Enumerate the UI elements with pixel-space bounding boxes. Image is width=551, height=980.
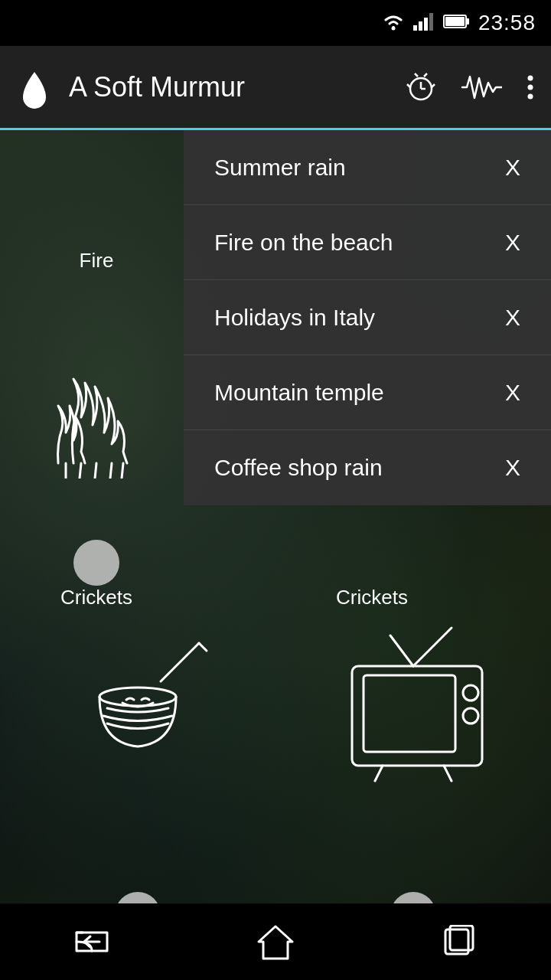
svg-point-11: [528, 93, 533, 99]
main-content: Fire Crickets Crickets: [0, 130, 551, 980]
svg-line-19: [199, 643, 207, 651]
svg-line-21: [413, 628, 452, 666]
signal-icon: [412, 11, 435, 34]
holidays-italy-label: Holidays in Italy: [214, 305, 375, 331]
svg-marker-28: [259, 926, 292, 959]
coffee-shop-rain-label: Coffee shop rain: [214, 455, 383, 481]
crickets-label: Crickets: [0, 586, 193, 609]
singing-bowl-cell[interactable]: [0, 620, 276, 773]
status-time: 23:58: [478, 11, 536, 35]
app-title: A Soft Murmur: [69, 71, 404, 103]
app-bar: A Soft Murmur: [0, 46, 551, 130]
dropdown-item-holidays-italy[interactable]: Holidays in Italy X: [184, 280, 551, 355]
svg-point-17: [99, 688, 176, 706]
dropdown-menu: Summer rain X Fire on the beach X Holida…: [184, 130, 551, 505]
dropdown-item-summer-rain[interactable]: Summer rain X: [184, 130, 551, 205]
fire-beach-close[interactable]: X: [505, 230, 520, 256]
white-noise-cell[interactable]: [276, 620, 551, 789]
svg-line-13: [80, 463, 81, 479]
summer-rain-close[interactable]: X: [505, 155, 520, 181]
fire-beach-label: Fire on the beach: [214, 230, 393, 256]
svg-point-10: [528, 84, 533, 90]
svg-line-15: [110, 463, 112, 479]
holidays-italy-close[interactable]: X: [505, 305, 520, 331]
svg-line-20: [390, 635, 413, 666]
mountain-temple-label: Mountain temple: [214, 380, 384, 406]
wifi-icon: [382, 12, 405, 34]
svg-line-27: [444, 766, 452, 781]
crickets-slider[interactable]: [73, 540, 119, 586]
svg-point-9: [528, 75, 533, 80]
status-icons: 23:58: [382, 11, 536, 35]
svg-line-18: [161, 643, 199, 681]
status-bar: 23:58: [0, 0, 551, 46]
svg-line-14: [95, 463, 96, 479]
more-options-icon[interactable]: [525, 70, 536, 104]
svg-point-24: [463, 685, 478, 701]
timer-icon[interactable]: [404, 70, 438, 104]
nav-bar: [0, 903, 551, 980]
app-bar-actions: [404, 70, 536, 104]
fire-sound-cell[interactable]: [0, 260, 193, 528]
svg-point-0: [391, 27, 395, 31]
coffeeshop-label: Crickets: [193, 586, 551, 609]
svg-rect-7: [445, 17, 465, 26]
dropdown-item-mountain-temple[interactable]: Mountain temple X: [184, 355, 551, 430]
svg-rect-23: [364, 675, 455, 752]
mountain-temple-close[interactable]: X: [505, 380, 520, 406]
svg-point-25: [463, 708, 478, 724]
dropdown-item-fire-beach[interactable]: Fire on the beach X: [184, 205, 551, 280]
svg-rect-3: [424, 18, 428, 31]
coffee-shop-rain-close[interactable]: X: [505, 455, 520, 481]
summer-rain-label: Summer rain: [214, 155, 346, 181]
svg-rect-2: [419, 21, 422, 31]
dropdown-item-coffee-shop-rain[interactable]: Coffee shop rain X: [184, 430, 551, 505]
svg-line-26: [375, 766, 383, 781]
svg-line-16: [122, 463, 123, 479]
svg-rect-6: [466, 18, 469, 24]
waveform-icon[interactable]: [461, 70, 502, 104]
svg-rect-4: [429, 13, 433, 31]
recents-button[interactable]: [421, 919, 497, 965]
battery-icon: [443, 13, 471, 33]
svg-rect-1: [413, 25, 417, 31]
home-button[interactable]: [237, 919, 314, 965]
app-logo: [15, 68, 54, 106]
back-button[interactable]: [54, 919, 130, 965]
